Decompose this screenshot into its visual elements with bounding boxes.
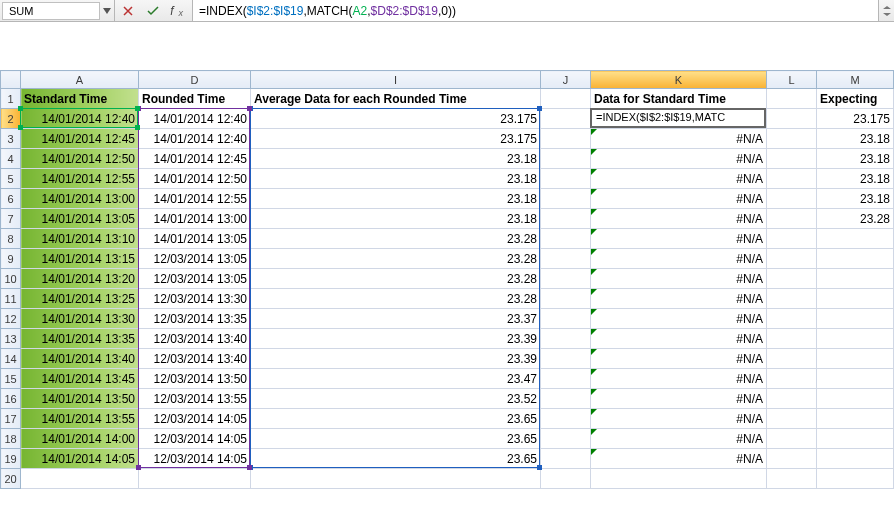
cell[interactable] bbox=[591, 109, 767, 129]
cell[interactable] bbox=[767, 249, 817, 269]
cell[interactable]: 14/01/2014 13:25 bbox=[21, 289, 139, 309]
cell[interactable]: #N/A bbox=[591, 129, 767, 149]
cell[interactable] bbox=[541, 309, 591, 329]
cell[interactable] bbox=[817, 369, 894, 389]
cell[interactable]: Expecting bbox=[817, 89, 894, 109]
cell[interactable] bbox=[767, 469, 817, 489]
col-header-J[interactable]: J bbox=[541, 71, 591, 89]
cell[interactable] bbox=[817, 449, 894, 469]
select-all-corner[interactable] bbox=[1, 71, 21, 89]
cell[interactable]: #N/A bbox=[591, 309, 767, 329]
row-header[interactable]: 14 bbox=[1, 349, 21, 369]
spreadsheet-grid[interactable]: A D I J K L M N 1Standard TimeRounded Ti… bbox=[0, 70, 894, 489]
cell[interactable] bbox=[541, 269, 591, 289]
cell[interactable]: 14/01/2014 13:55 bbox=[21, 409, 139, 429]
cell[interactable] bbox=[541, 429, 591, 449]
cell[interactable] bbox=[541, 109, 591, 129]
cell[interactable] bbox=[541, 149, 591, 169]
cell[interactable]: Data for Standard Time bbox=[591, 89, 767, 109]
cell[interactable]: 12/03/2014 13:40 bbox=[139, 349, 251, 369]
row-header[interactable]: 2 bbox=[1, 109, 21, 129]
cell[interactable]: Average Data for each Rounded Time bbox=[251, 89, 541, 109]
cell[interactable]: 14/01/2014 13:45 bbox=[21, 369, 139, 389]
cell[interactable]: 14/01/2014 12:40 bbox=[139, 129, 251, 149]
col-header-K[interactable]: K bbox=[591, 71, 767, 89]
cell[interactable] bbox=[817, 409, 894, 429]
cell[interactable]: 14/01/2014 12:50 bbox=[21, 149, 139, 169]
cell[interactable] bbox=[541, 449, 591, 469]
cell[interactable]: 23.18 bbox=[251, 169, 541, 189]
cell[interactable] bbox=[591, 469, 767, 489]
cell[interactable]: 14/01/2014 13:05 bbox=[139, 229, 251, 249]
cell[interactable] bbox=[767, 329, 817, 349]
cell[interactable]: 14/01/2014 13:50 bbox=[21, 389, 139, 409]
cell[interactable]: 14/01/2014 13:35 bbox=[21, 329, 139, 349]
cell[interactable]: #N/A bbox=[591, 349, 767, 369]
cell[interactable]: 12/03/2014 13:05 bbox=[139, 249, 251, 269]
cell[interactable]: 14/01/2014 13:30 bbox=[21, 309, 139, 329]
cell[interactable] bbox=[817, 229, 894, 249]
cell[interactable] bbox=[817, 469, 894, 489]
cell[interactable]: 23.28 bbox=[251, 289, 541, 309]
cell[interactable]: 14/01/2014 13:40 bbox=[21, 349, 139, 369]
cell[interactable] bbox=[817, 429, 894, 449]
cell[interactable]: 14/01/2014 12:55 bbox=[21, 169, 139, 189]
cell[interactable]: 23.47 bbox=[251, 369, 541, 389]
row-header[interactable]: 18 bbox=[1, 429, 21, 449]
cell[interactable] bbox=[541, 329, 591, 349]
formula-input[interactable]: =INDEX($I$2:$I$19,MATCH(A2,$D$2:$D$19,0)… bbox=[193, 0, 878, 21]
row-header[interactable]: 7 bbox=[1, 209, 21, 229]
cell[interactable] bbox=[251, 469, 541, 489]
cell[interactable]: 23.52 bbox=[251, 389, 541, 409]
row-header[interactable]: 6 bbox=[1, 189, 21, 209]
col-header-A[interactable]: A bbox=[21, 71, 139, 89]
row-header[interactable]: 15 bbox=[1, 369, 21, 389]
cell[interactable]: 23.18 bbox=[817, 149, 894, 169]
cell[interactable] bbox=[767, 89, 817, 109]
row-header[interactable]: 20 bbox=[1, 469, 21, 489]
row-header[interactable]: 4 bbox=[1, 149, 21, 169]
cell[interactable]: 23.18 bbox=[251, 189, 541, 209]
cell[interactable] bbox=[139, 469, 251, 489]
cell[interactable]: #N/A bbox=[591, 429, 767, 449]
name-box-dropdown-icon[interactable] bbox=[100, 8, 114, 14]
cell[interactable]: 23.28 bbox=[817, 209, 894, 229]
cell[interactable]: 14/01/2014 13:00 bbox=[21, 189, 139, 209]
cell[interactable]: 23.18 bbox=[817, 189, 894, 209]
cell[interactable]: 14/01/2014 13:10 bbox=[21, 229, 139, 249]
cell[interactable] bbox=[767, 409, 817, 429]
cell[interactable]: #N/A bbox=[591, 369, 767, 389]
formula-bar-expand-icon[interactable] bbox=[878, 0, 894, 21]
cell[interactable] bbox=[767, 269, 817, 289]
cell[interactable] bbox=[541, 249, 591, 269]
cell[interactable] bbox=[541, 349, 591, 369]
row-header[interactable]: 9 bbox=[1, 249, 21, 269]
cell[interactable]: 12/03/2014 14:05 bbox=[139, 429, 251, 449]
enter-icon[interactable] bbox=[144, 2, 162, 20]
cell[interactable]: #N/A bbox=[591, 249, 767, 269]
name-box[interactable]: SUM bbox=[0, 0, 115, 21]
cell[interactable] bbox=[767, 449, 817, 469]
cell[interactable] bbox=[817, 309, 894, 329]
col-header-M[interactable]: M bbox=[817, 71, 894, 89]
cell[interactable]: 23.28 bbox=[251, 269, 541, 289]
row-header[interactable]: 3 bbox=[1, 129, 21, 149]
cell[interactable]: 14/01/2014 14:05 bbox=[21, 449, 139, 469]
cell[interactable] bbox=[817, 269, 894, 289]
cell[interactable]: 14/01/2014 12:45 bbox=[21, 129, 139, 149]
cell[interactable]: 23.18 bbox=[817, 169, 894, 189]
cell[interactable]: 23.39 bbox=[251, 329, 541, 349]
cell[interactable]: 12/03/2014 13:50 bbox=[139, 369, 251, 389]
cell[interactable] bbox=[541, 409, 591, 429]
cell[interactable]: 14/01/2014 13:05 bbox=[21, 209, 139, 229]
cell[interactable]: 23.175 bbox=[251, 109, 541, 129]
col-header-D[interactable]: D bbox=[139, 71, 251, 89]
cell[interactable]: 12/03/2014 13:40 bbox=[139, 329, 251, 349]
cell[interactable]: 12/03/2014 14:05 bbox=[139, 409, 251, 429]
cell[interactable] bbox=[541, 189, 591, 209]
cell[interactable] bbox=[817, 329, 894, 349]
cell[interactable]: 12/03/2014 13:05 bbox=[139, 269, 251, 289]
cell[interactable]: 14/01/2014 12:40 bbox=[21, 109, 139, 129]
cell[interactable] bbox=[767, 229, 817, 249]
cell[interactable] bbox=[541, 229, 591, 249]
